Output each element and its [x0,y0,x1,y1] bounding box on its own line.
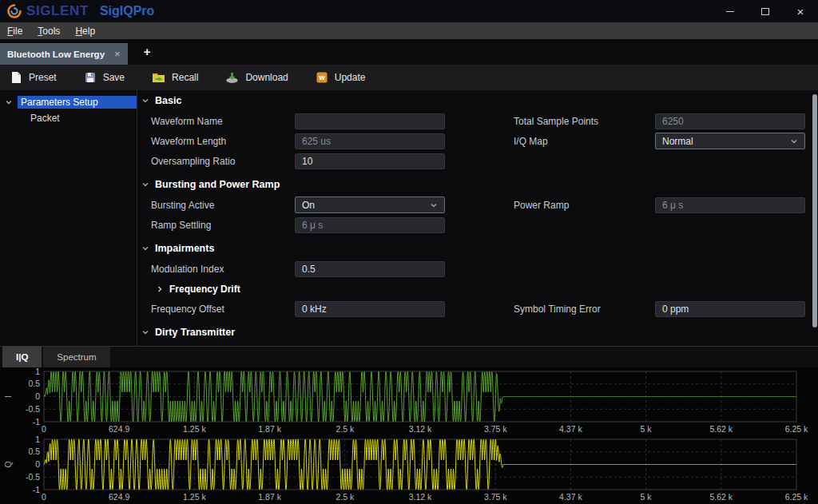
svg-text:5.62 k: 5.62 k [709,492,733,502]
svg-text:624.9: 624.9 [109,424,129,434]
tab-label: Bluetooth Low Energy [7,50,105,59]
maximize-button[interactable] [748,0,783,22]
modulation-index-input[interactable] [295,261,445,277]
total-sample-points-label: Total Sample Points [514,116,655,127]
update-label: Update [335,72,366,83]
chevron-down-icon [430,201,438,209]
waveform-name-input[interactable] [295,113,445,129]
waveform-length-input[interactable] [295,133,445,149]
section-header-dirty-transmitter[interactable]: Dirty Transmitter [137,322,818,343]
form-row: Waveform Name Total Sample Points [137,111,818,131]
menu-tools[interactable]: Tools [38,26,60,37]
svg-text:I: I [3,395,13,398]
save-button[interactable]: Save [84,71,125,84]
window-controls: × [713,0,818,22]
chevron-down-icon [141,244,149,252]
svg-text:4.37 k: 4.37 k [559,424,582,434]
svg-text:4.37 k: 4.37 k [559,492,582,502]
form-row: Frequency Offset Symbol Timing Error [137,299,818,319]
sidebar-item-label: Packet [30,113,60,124]
symbol-timing-error-input[interactable] [655,301,805,317]
main-area: Parameters Setup Packet Basic Waveform N… [0,90,818,346]
svg-text:-0.5: -0.5 [26,404,40,414]
form-scrollbar[interactable] [812,94,817,327]
power-ramp-input[interactable] [655,197,805,213]
form-row: Ramp Settling [137,215,818,235]
add-tab-button[interactable]: + [144,45,151,60]
svg-text:0: 0 [35,459,40,469]
frequency-offset-label: Frequency Offset [151,304,295,315]
tab-spectrum[interactable]: Spectrum [43,347,109,367]
oversampling-ratio-input[interactable] [295,153,445,169]
frequency-offset-input[interactable] [295,301,445,317]
bursting-active-select[interactable]: On [295,196,445,213]
svg-text:1.25 k: 1.25 k [183,492,206,502]
section-header-basic[interactable]: Basic [137,90,818,111]
close-icon: × [797,6,804,18]
chevron-down-icon [790,137,798,145]
menu-bar: File Tools Help [0,22,818,39]
app-window: SIGLENT SigIQPro × File Tools Help Bluet… [0,0,818,504]
download-icon [225,71,239,84]
title-bar: SIGLENT SigIQPro × [0,0,818,22]
section-title: Basic [155,95,181,106]
chevron-down-icon [141,328,149,336]
svg-text:5.62 k: 5.62 k [709,424,733,434]
preset-label: Preset [29,72,57,83]
chevron-down-icon [141,97,149,105]
parameter-form: Basic Waveform Name Total Sample Points … [137,90,818,346]
close-button[interactable]: × [783,0,818,22]
iq-map-label: I/Q Map [514,136,655,147]
waveform-viewer: I|Q Spectrum 0624.91.25 k1.87 k2.5 k3.12… [0,346,818,504]
iq-map-select[interactable]: Normal [655,133,805,149]
tab-bluetooth-low-energy[interactable]: Bluetooth Low Energy × [0,43,128,65]
sidebar-item-parameters-setup[interactable]: Parameters Setup [0,95,137,109]
menu-file[interactable]: File [7,26,22,37]
q-waveform-plot: 0624.91.25 k1.87 k2.5 k3.12 k3.75 k4.37 … [0,435,818,504]
section-header-impairments[interactable]: Impairments [137,238,818,259]
svg-text:-0.5: -0.5 [26,472,40,482]
svg-text:6.25 k: 6.25 k [785,492,808,502]
svg-text:0: 0 [35,391,40,401]
minimize-button[interactable] [713,0,748,22]
folder-icon [152,71,165,84]
modulation-index-label: Modulation Index [151,264,295,275]
tab-iq-label: I|Q [16,352,28,362]
minimize-icon [726,11,734,12]
menu-help[interactable]: Help [75,26,95,37]
svg-text:2.5 k: 2.5 k [336,424,355,434]
ramp-settling-label: Ramp Settling [151,220,295,231]
subsection-title: Frequency Drift [169,284,240,295]
update-button[interactable]: w Update [316,71,366,84]
ramp-settling-input[interactable] [295,217,445,233]
preset-button[interactable]: Preset [10,71,57,84]
svg-text:Q: Q [3,462,13,468]
sidebar-item-packet[interactable]: Packet [0,111,137,125]
iq-map-value: Normal [662,136,693,147]
i-waveform-plot: 0624.91.25 k1.87 k2.5 k3.12 k3.75 k4.37 … [0,367,818,436]
waveform-length-label: Waveform Length [151,136,295,147]
svg-text:3.12 k: 3.12 k [409,492,432,502]
bursting-active-label: Bursting Active [151,200,295,211]
svg-text:5 k: 5 k [641,424,653,434]
section-header-bursting[interactable]: Bursting and Power Ramp [137,174,818,195]
sidebar-item-label: Parameters Setup [18,96,137,109]
app-name: SigIQPro [100,4,154,18]
waveform-name-label: Waveform Name [151,116,295,127]
download-button[interactable]: Download [225,71,288,84]
chevron-down-icon[interactable] [0,98,18,106]
section-title: Dirty Transmitter [155,327,235,338]
subsection-frequency-drift[interactable]: Frequency Drift [137,279,818,299]
viewer-tab-bar: I|Q Spectrum [0,347,818,367]
tab-close-icon[interactable]: × [114,48,121,60]
tab-iq[interactable]: I|Q [2,347,42,367]
section-title: Impairments [155,243,214,254]
recall-button[interactable]: Recall [152,71,198,84]
total-sample-points-input[interactable] [655,113,805,129]
recall-label: Recall [172,72,198,83]
tab-spectrum-label: Spectrum [57,352,96,362]
svg-text:-1: -1 [33,485,40,494]
form-row: Bursting Active On Power Ramp [137,195,818,215]
svg-text:0: 0 [42,424,46,434]
svg-text:1.87 k: 1.87 k [258,424,281,434]
